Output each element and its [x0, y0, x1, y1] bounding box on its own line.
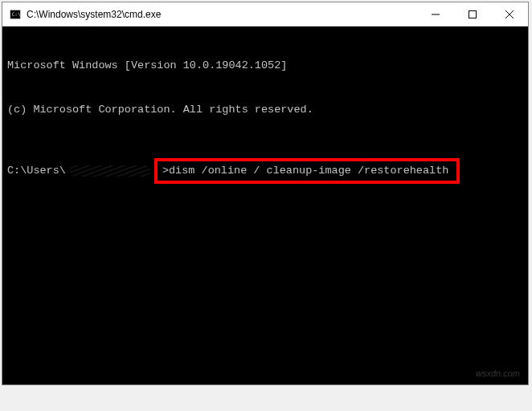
terminal-output-line: Microsoft Windows [Version 10.0.19042.10…	[7, 59, 523, 73]
window-controls	[417, 2, 528, 26]
command-highlight: >dism /online / cleanup-image /restorehe…	[154, 158, 460, 184]
prompt-path: C:\Users\	[7, 164, 66, 178]
titlebar[interactable]: C:\ C:\Windows\system32\cmd.exe	[2, 2, 528, 26]
redacted-username	[66, 164, 154, 178]
cmd-window: C:\ C:\Windows\system32\cmd.exe Microsof…	[2, 2, 529, 385]
command-text: >dism /online / cleanup-image /restorehe…	[162, 165, 448, 177]
watermark: wsxdn.com	[476, 368, 520, 380]
terminal-area[interactable]: Microsoft Windows [Version 10.0.19042.10…	[2, 26, 528, 385]
window-title: C:\Windows\system32\cmd.exe	[27, 9, 417, 20]
terminal-output-line: (c) Microsoft Corporation. All rights re…	[7, 103, 523, 117]
close-button[interactable]	[491, 2, 528, 26]
svg-rect-3	[469, 10, 477, 18]
maximize-button[interactable]	[454, 2, 491, 26]
minimize-button[interactable]	[417, 2, 454, 26]
cmd-icon: C:\	[9, 8, 22, 21]
svg-text:C:\: C:\	[12, 10, 21, 16]
prompt-line: C:\Users\>dism /online / cleanup-image /…	[7, 158, 523, 184]
